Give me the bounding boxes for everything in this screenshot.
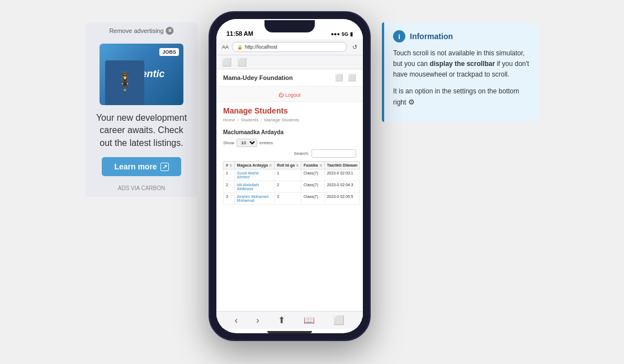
phone-notch — [264, 20, 315, 32]
cell-roll: 2 — [275, 181, 301, 193]
table-row: 1 Suudi Abshir Ahmed 1 Class(7) 2023-0 0… — [224, 169, 360, 181]
remove-ad-bar[interactable]: Remove advertising ✕ — [109, 27, 173, 35]
entries-label: entries — [259, 140, 273, 145]
col-num: # ⇅ — [224, 162, 235, 169]
breadcrumb: Home / Students / Manage Students — [216, 117, 363, 126]
cell-name: Ibrahim Mohamed Mohamud — [234, 193, 274, 205]
cell-class: Class(7) — [301, 193, 325, 205]
student-link[interactable]: Ibrahim Mohamed Mohamud — [237, 195, 268, 202]
cell-date: 2023-0 02:05:5 — [324, 193, 360, 205]
phone-screen: 11:58 AM ●●● 5G ▮ AA 🔒 http://localhost … — [216, 19, 363, 333]
status-time: 11:58 AM — [226, 30, 253, 37]
close-icon[interactable]: ✕ — [166, 27, 174, 35]
url-text: http://localhost — [245, 44, 277, 50]
col-roll: Roll Id-ga ⇅ — [275, 162, 301, 169]
table-section: Maclumaadka Ardayda Show 10 25 50 entrie… — [216, 126, 363, 311]
signal-icon: ●●● — [331, 31, 340, 37]
url-bar[interactable]: 🔒 http://localhost — [232, 42, 347, 52]
cell-num: 3 — [224, 193, 235, 205]
share-nav-icon[interactable]: ⬆ — [278, 315, 285, 325]
phone-device: 11:58 AM ●●● 5G ▮ AA 🔒 http://localhost … — [209, 11, 371, 341]
battery-icon: ▮ — [350, 31, 353, 37]
ads-attribution: ADS VIA CARBON — [118, 185, 165, 191]
cell-date: 2023-0 02:04:3 — [324, 181, 360, 193]
cell-num: 2 — [224, 181, 235, 193]
site-title: Mama-Udey Foundation — [223, 74, 293, 81]
site-header-icons: ⬜ ⬜ — [335, 74, 356, 82]
browser-bar[interactable]: AA 🔒 http://localhost ↺ — [216, 39, 363, 55]
logout-link[interactable]: ⏻ Logout — [278, 92, 300, 98]
student-link[interactable]: Idil Abdullahi Abdinasir — [237, 183, 259, 191]
cell-num: 1 — [224, 169, 235, 181]
ad-image: JOBS 🕴 Authentic — [100, 44, 183, 105]
info-title: Information — [410, 32, 453, 41]
phone-home-indicator — [267, 331, 312, 333]
search-input[interactable] — [311, 149, 356, 158]
bookmark-icon[interactable]: ⬜ — [348, 74, 356, 82]
lock-icon: 🔒 — [237, 45, 243, 50]
cell-name: Idil Abdullahi Abdinasir — [234, 181, 274, 193]
ad-panel: Remove advertising ✕ JOBS 🕴 Authentic Yo… — [86, 22, 197, 197]
students-table: # ⇅ Magaca Ardayga ⇅ Roll Id-ga ⇅ Fasalk… — [223, 161, 360, 205]
info-icon: i — [393, 30, 405, 42]
cell-date: 2023-0 02:03:1 — [324, 169, 360, 181]
cell-class: Class(7) — [301, 181, 325, 193]
col-class: Fasalka ⇅ — [301, 162, 325, 169]
search-label: Search: — [294, 151, 309, 156]
cell-roll: 1 — [275, 169, 301, 181]
network-icon: 5G — [342, 31, 348, 37]
show-label: Show — [223, 140, 234, 145]
status-icons: ●●● 5G ▮ — [331, 31, 353, 37]
info-p1-bold: display the scrollbar — [429, 60, 495, 68]
entries-select[interactable]: 10 25 50 — [237, 139, 257, 147]
back-icon[interactable]: ‹ — [235, 315, 238, 325]
table-title: Maclumaadka Ardayda — [223, 129, 356, 135]
website-content: Mama-Udey Foundation ⬜ ⬜ ⏻ Logout Manage… — [216, 69, 363, 329]
breadcrumb-sep2: / — [261, 117, 262, 122]
tabs-icon[interactable]: ⬜ — [333, 315, 344, 325]
info-paragraph-1: Touch scroll is not available in this si… — [393, 48, 530, 81]
breadcrumb-manage: Manage Students — [264, 117, 299, 122]
bookmarks-icon[interactable]: 📖 — [304, 315, 315, 325]
phone-mockup-container: 11:58 AM ●●● 5G ▮ AA 🔒 http://localhost … — [209, 11, 371, 341]
info-paragraph-2: It is an option in the settings on the b… — [393, 86, 530, 108]
browser-aa-button[interactable]: AA — [222, 44, 229, 50]
cell-roll: 3 — [275, 193, 301, 205]
cell-name: Suudi Abshir Ahmed — [234, 169, 274, 181]
table-header: # ⇅ Magaca Ardayga ⇅ Roll Id-ga ⇅ Fasalk… — [224, 162, 360, 169]
table-row: 2 Idil Abdullahi Abdinasir 2 Class(7) 20… — [224, 181, 360, 193]
logout-bar: ⏻ Logout — [216, 87, 363, 102]
breadcrumb-sep1: / — [237, 117, 238, 122]
col-name: Magaca Ardayga ⇅ — [234, 162, 274, 169]
learn-more-button[interactable]: Learn more ↗ — [102, 157, 181, 176]
ad-description: Your new development career awaits. Chec… — [91, 112, 192, 149]
share-icon[interactable]: ⬜ — [335, 74, 343, 82]
table-row: 3 Ibrahim Mohamed Mohamud 3 Class(7) 202… — [224, 193, 360, 205]
breadcrumb-home[interactable]: Home — [223, 117, 235, 122]
ad-figure: 🕴 — [105, 60, 144, 105]
col-date: Taariikh Diiwaan — [324, 162, 360, 169]
refresh-icon[interactable]: ↺ — [352, 44, 357, 51]
browser-tabs-row: ⬜ ⬜ — [216, 55, 363, 69]
show-entries-row: Show 10 25 50 entries — [223, 139, 356, 147]
cell-class: Class(7) — [301, 169, 325, 181]
tab-icon-right: ⬜ — [237, 58, 247, 67]
tab-icon-left: ⬜ — [222, 58, 231, 67]
breadcrumb-students[interactable]: Students — [241, 117, 259, 122]
learn-more-label: Learn more — [114, 162, 157, 171]
site-header: Mama-Udey Foundation ⬜ ⬜ — [216, 69, 363, 87]
jobs-badge: JOBS — [159, 48, 179, 56]
info-header: i Information — [393, 30, 530, 42]
remove-ad-label: Remove advertising — [109, 27, 163, 34]
table-body: 1 Suudi Abshir Ahmed 1 Class(7) 2023-0 0… — [224, 169, 360, 205]
page-heading: Manage Students — [216, 102, 363, 117]
page-title: Manage Students — [223, 106, 356, 115]
phone-bottom-nav[interactable]: ‹ › ⬆ 📖 ⬜ — [216, 311, 363, 329]
info-panel: i Information Touch scroll is not availa… — [382, 22, 538, 122]
forward-icon[interactable]: › — [256, 315, 259, 325]
settings-gear-icon: ⚙ — [408, 98, 415, 106]
student-link[interactable]: Suudi Abshir Ahmed — [237, 171, 259, 179]
info-body: Touch scroll is not available in this si… — [393, 48, 530, 108]
external-link-icon: ↗ — [160, 163, 169, 171]
search-row: Search: — [223, 149, 356, 158]
